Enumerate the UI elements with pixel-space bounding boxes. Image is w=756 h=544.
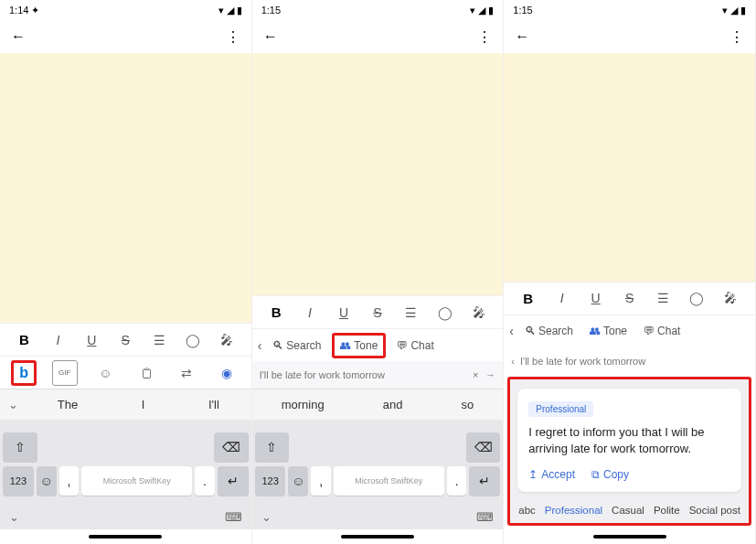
clock: 1:15 (261, 5, 281, 16)
collapse-keyboard-icon[interactable]: ⌄ (9, 510, 19, 524)
location-icon[interactable]: ◉ (214, 360, 240, 386)
more-icon[interactable]: ⋮ (729, 28, 744, 46)
numeric-key[interactable]: 123 (255, 466, 286, 496)
gif-icon[interactable]: GIF (52, 360, 78, 386)
tone-input-row: ‹ I'll be late for work tomorrow (504, 347, 755, 375)
strike-button[interactable]: S (113, 333, 137, 347)
bold-button[interactable]: B (12, 332, 36, 347)
clock: 1:14 (9, 5, 28, 16)
tone-tabs: abc Professional Casual Polite Social po… (510, 497, 749, 523)
suggestion[interactable]: I (142, 398, 145, 411)
keyboard-switch-icon[interactable]: ⌨ (225, 510, 242, 524)
status-bar: 1:15 ▾◢▮ (252, 0, 504, 20)
clipboard-icon[interactable]: 📋︎ (133, 360, 159, 386)
note-body[interactable] (252, 53, 504, 295)
period-key[interactable]: . (447, 466, 467, 496)
accept-button[interactable]: ↥Accept (528, 468, 575, 481)
shift-key[interactable]: ⇧ (3, 432, 37, 462)
suggestion[interactable]: The (58, 398, 78, 411)
italic-button[interactable]: I (46, 333, 69, 347)
chat-icon: 💬︎ (644, 325, 655, 337)
comma-key[interactable]: , (59, 466, 80, 496)
enter-key[interactable]: ↵ (469, 466, 500, 496)
list-button[interactable]: ☰ (147, 333, 171, 347)
suggestion[interactable]: morning (282, 398, 325, 411)
submit-icon[interactable]: → (485, 369, 495, 380)
tone-suggestion-card[interactable]: Professional I regret to inform you that… (517, 389, 741, 492)
chat-button[interactable]: 💬︎Chat (391, 336, 439, 356)
battery-icon: ▮ (237, 5, 242, 16)
search-button[interactable]: 🔍︎Search (267, 336, 326, 356)
underline-button[interactable]: U (584, 291, 608, 305)
bold-button[interactable]: B (264, 304, 288, 320)
keyboard: ⇧ ⌫ 123 ☺ , Microsoft SwiftKey . ↵ (252, 420, 504, 502)
mic-icon[interactable]: 🎤︎ (215, 333, 239, 347)
chat-button[interactable]: 💬︎Chat (638, 321, 686, 341)
back-icon[interactable]: ← (515, 28, 529, 45)
mic-icon[interactable]: 🎤︎ (719, 291, 742, 305)
tone-input[interactable]: I'll be late for work tomorrow (260, 369, 473, 380)
enter-key[interactable]: ↵ (218, 466, 249, 496)
note-body[interactable] (0, 53, 251, 323)
camera-icon[interactable]: ◯ (433, 305, 457, 320)
list-button[interactable]: ☰ (399, 305, 423, 320)
more-icon[interactable]: ⋮ (477, 28, 492, 46)
suggestion[interactable]: and (383, 398, 403, 411)
tone-tab-social[interactable]: Social post (689, 505, 740, 516)
row-back-icon[interactable]: ‹ (509, 324, 514, 338)
space-key[interactable]: Microsoft SwiftKey (334, 466, 444, 496)
shift-key[interactable]: ⇧ (255, 432, 290, 462)
back-icon[interactable]: ← (11, 28, 26, 45)
space-key[interactable]: Microsoft SwiftKey (81, 466, 192, 496)
tone-input[interactable]: I'll be late for work tomorrow (520, 356, 748, 367)
backspace-key[interactable]: ⌫ (466, 432, 501, 462)
sticker-icon[interactable]: ☺ (92, 360, 118, 386)
tone-button[interactable]: 👥︎Tone (584, 321, 633, 341)
translate-icon[interactable]: ⇄ (174, 360, 199, 386)
strike-button[interactable]: S (618, 291, 642, 305)
more-icon[interactable]: ⋮ (226, 28, 240, 46)
collapse-icon[interactable]: ⌄ (0, 398, 26, 411)
underline-button[interactable]: U (80, 333, 103, 347)
keyboard-toolbar: b GIF ☺ 📋︎ ⇄ ◉ (0, 356, 251, 389)
comma-key[interactable]: , (311, 466, 331, 496)
bold-button[interactable]: B (516, 291, 540, 306)
bing-icon[interactable]: b (11, 360, 37, 386)
tone-tab-casual[interactable]: Casual (612, 505, 644, 516)
keyboard-switch-icon[interactable]: ⌨ (476, 510, 494, 524)
clock: 1:15 (513, 5, 532, 16)
row-back-icon[interactable]: ‹ (511, 356, 515, 367)
collapse-keyboard-icon[interactable]: ⌄ (261, 510, 272, 524)
list-button[interactable]: ☰ (652, 291, 676, 305)
backspace-key[interactable]: ⌫ (214, 432, 249, 462)
suggestion[interactable]: I'll (208, 398, 219, 411)
tone-tab-professional[interactable]: Professional (545, 505, 602, 516)
suggestion[interactable]: so (462, 398, 474, 411)
home-indicator[interactable] (341, 535, 414, 539)
camera-icon[interactable]: ◯ (181, 333, 205, 347)
clear-icon[interactable]: × (473, 369, 478, 380)
tone-tab-polite[interactable]: Polite (654, 505, 680, 516)
strike-button[interactable]: S (366, 305, 389, 320)
row-back-icon[interactable]: ‹ (258, 338, 262, 353)
tone-button[interactable]: 👥︎Tone (332, 333, 386, 358)
tone-input-row: I'll be late for work tomorrow × → (252, 361, 504, 389)
note-body[interactable] (504, 53, 755, 282)
tone-tab-abc[interactable]: abc (518, 505, 536, 516)
copy-button[interactable]: ⧉Copy (591, 468, 629, 481)
search-button[interactable]: 🔍︎Search (519, 321, 579, 341)
home-indicator[interactable] (593, 535, 666, 539)
underline-button[interactable]: U (332, 305, 356, 320)
search-icon: 🔍︎ (525, 325, 536, 337)
emoji-key[interactable]: ☺ (37, 466, 57, 496)
numeric-key[interactable]: 123 (3, 466, 34, 496)
camera-icon[interactable]: ◯ (685, 291, 708, 305)
emoji-key[interactable]: ☺ (288, 466, 308, 496)
period-key[interactable]: . (195, 466, 215, 496)
italic-button[interactable]: I (298, 305, 322, 320)
home-indicator[interactable] (89, 535, 162, 539)
italic-button[interactable]: I (550, 291, 574, 305)
back-icon[interactable]: ← (263, 28, 278, 45)
mic-icon[interactable]: 🎤︎ (467, 305, 491, 320)
screen-1: 1:14✦ ▾◢▮ ← ⋮ B I U S ☰ ◯ 🎤︎ b GIF ☺ 📋︎ … (0, 0, 252, 544)
